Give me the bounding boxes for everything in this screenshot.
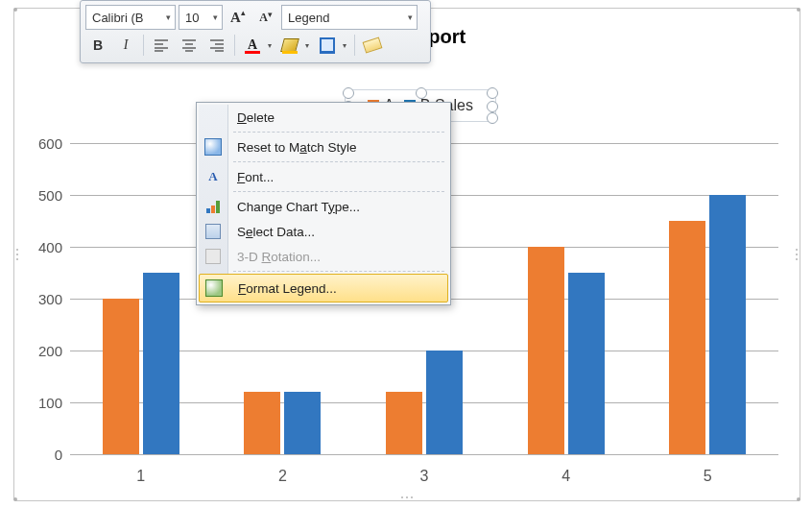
align-left-button[interactable]: [149, 33, 174, 58]
format-painter-button[interactable]: [360, 33, 385, 58]
shrink-font-button[interactable]: A▾: [253, 5, 278, 30]
paint-bucket-icon: [280, 38, 299, 52]
chart-handle[interactable]: [13, 8, 17, 12]
menu-3d-rotation: 3-D Rotation...: [199, 244, 448, 269]
bar-series-b[interactable]: [709, 195, 746, 454]
context-menu[interactable]: Delete Reset to Match Style A Font... Ch…: [196, 102, 451, 305]
menu-select-data[interactable]: Select Data...: [199, 219, 448, 244]
menu-change-chart-type[interactable]: Change Chart Type...: [199, 194, 448, 219]
font-name-value: Calibri (B: [92, 11, 143, 25]
dropdown-icon[interactable]: ▾: [340, 41, 349, 50]
selection-handle[interactable]: [343, 87, 354, 99]
dropdown-icon[interactable]: ▾: [302, 41, 312, 50]
menu-delete[interactable]: Delete: [199, 105, 448, 130]
x-tick-label: 1: [122, 468, 160, 485]
y-tick-label: 0: [32, 447, 62, 463]
chart-element-combo[interactable]: Legend ▾: [281, 5, 418, 30]
selection-handle[interactable]: [487, 112, 498, 124]
x-tick-label: 4: [547, 468, 585, 485]
chart-handle[interactable]: [796, 249, 798, 260]
bar-series-a[interactable]: [103, 299, 139, 454]
mini-toolbar[interactable]: Calibri (B ▾ 10 ▾ A▴ A▾ Legend ▾ B I: [80, 0, 431, 63]
format-painter-icon: [363, 37, 383, 54]
chart-handle[interactable]: [401, 496, 413, 498]
select-data-icon: [204, 223, 222, 240]
y-tick-label: 100: [32, 395, 62, 411]
chart-handle[interactable]: [16, 249, 18, 260]
align-center-button[interactable]: [177, 33, 202, 58]
chart-element-value: Legend: [288, 11, 329, 25]
align-center-icon: [181, 38, 197, 52]
font-size-value: 10: [185, 11, 199, 25]
dropdown-icon[interactable]: ▾: [213, 12, 218, 22]
bar-series-b[interactable]: [426, 351, 463, 454]
reset-icon: [204, 138, 222, 156]
chart-handle[interactable]: [13, 497, 17, 501]
font-icon: A: [204, 168, 222, 185]
fill-color-swatch: [282, 51, 298, 54]
selection-handle[interactable]: [487, 87, 498, 99]
y-tick-label: 600: [32, 135, 62, 152]
chart-type-icon: [204, 198, 222, 215]
outline-color-button[interactable]: ▾: [315, 34, 349, 57]
bar-series-b[interactable]: [284, 392, 321, 454]
y-tick-label: 500: [32, 187, 62, 204]
bar-series-a[interactable]: [386, 392, 422, 454]
chart-handle[interactable]: [797, 497, 800, 501]
font-size-combo[interactable]: 10 ▾: [179, 5, 223, 30]
menu-font[interactable]: A Font...: [199, 164, 448, 189]
bar-series-a[interactable]: [669, 221, 705, 454]
align-left-icon: [154, 38, 169, 52]
italic-button[interactable]: I: [113, 33, 138, 58]
y-tick-label: 300: [32, 291, 62, 307]
selection-handle[interactable]: [487, 101, 498, 112]
grow-font-button[interactable]: A▴: [226, 5, 251, 30]
y-tick-label: 200: [32, 343, 62, 359]
gridline: [70, 454, 778, 455]
bar-series-b[interactable]: [568, 273, 605, 454]
selection-handle[interactable]: [416, 87, 427, 99]
font-name-combo[interactable]: Calibri (B ▾: [85, 5, 176, 30]
dropdown-icon[interactable]: ▾: [265, 41, 275, 50]
bold-button[interactable]: B: [85, 33, 110, 58]
fill-color-button[interactable]: ▾: [277, 34, 312, 57]
menu-format-legend[interactable]: Format Legend...: [199, 274, 448, 302]
dropdown-icon[interactable]: ▾: [408, 12, 413, 22]
format-legend-icon: [205, 279, 223, 297]
dropdown-icon[interactable]: ▾: [166, 12, 171, 22]
align-right-icon: [209, 38, 225, 52]
chart-handle[interactable]: [797, 8, 800, 12]
x-tick-label: 3: [405, 468, 443, 485]
outline-color-swatch: [320, 51, 335, 54]
rotation-3d-icon: [204, 248, 222, 265]
x-tick-label: 5: [688, 468, 727, 485]
bar-series-a[interactable]: [528, 247, 564, 454]
font-color-button[interactable]: A ▾: [240, 34, 275, 57]
align-right-button[interactable]: [204, 33, 229, 58]
bar-series-b[interactable]: [143, 273, 179, 454]
bar-series-a[interactable]: [244, 392, 280, 454]
menu-reset-to-match-style[interactable]: Reset to Match Style: [199, 134, 448, 159]
x-tick-label: 2: [263, 468, 301, 485]
y-tick-label: 400: [32, 239, 62, 255]
font-color-swatch: [245, 51, 260, 54]
